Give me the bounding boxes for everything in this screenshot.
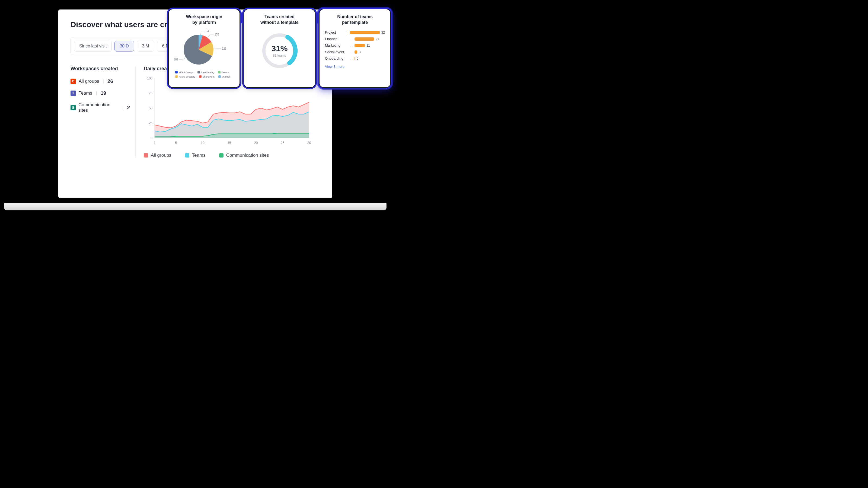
workspace-origin-pie: 98922617663 bbox=[174, 29, 235, 67]
svg-text:226: 226 bbox=[222, 47, 226, 50]
legend-teams: Teams bbox=[185, 153, 206, 158]
legend-all-groups: All groups bbox=[144, 153, 172, 158]
bar-track: 21 bbox=[354, 37, 385, 41]
daily-creation-legend: All groups Teams Communication sites bbox=[144, 153, 320, 158]
bar-label: Social event bbox=[325, 50, 350, 54]
legend-label: SharePoint bbox=[203, 75, 215, 78]
stat-label: Teams bbox=[79, 91, 92, 96]
stat-count: 2 bbox=[127, 105, 130, 110]
legend-swatch bbox=[197, 71, 200, 73]
bar-track: 3 bbox=[354, 50, 385, 54]
bar-label: Marketing bbox=[325, 43, 350, 47]
bar-dots: . . bbox=[350, 37, 354, 41]
bar-fill bbox=[354, 37, 374, 41]
workspaces-summary-title: Workspaces created bbox=[70, 66, 130, 72]
donut-subtext: 81 teams bbox=[273, 54, 286, 58]
time-range-toolbar: Since last visit 30 D 3 M 6 M bbox=[70, 37, 178, 55]
sharepoint-icon: S bbox=[70, 105, 76, 110]
legend-label: Outlook bbox=[222, 75, 230, 78]
bar-dots: . . bbox=[350, 51, 354, 54]
bar-fill bbox=[350, 31, 380, 34]
card-teams-without-template: Teams created without a template 31% 81 … bbox=[244, 9, 315, 88]
svg-text:30: 30 bbox=[307, 141, 311, 145]
teams-icon: T bbox=[70, 91, 76, 96]
stat-row-communication-sites: S Communication sites | 2 bbox=[70, 102, 130, 113]
laptop-base bbox=[4, 203, 386, 210]
office-icon: O bbox=[70, 78, 76, 84]
legend-communication-sites: Communication sites bbox=[219, 153, 269, 158]
stat-label: All groups bbox=[79, 78, 99, 84]
legend-swatch bbox=[218, 71, 220, 73]
template-bar-row: Onboarding . . 0 bbox=[325, 55, 385, 62]
range-3m[interactable]: 3 M bbox=[137, 41, 154, 52]
bar-dots: . . bbox=[350, 44, 354, 47]
bar-track: 0 bbox=[354, 57, 385, 61]
stat-row-all-groups: O All groups | 26 bbox=[70, 78, 130, 84]
card-title: Workspace origin by platform bbox=[174, 14, 234, 26]
svg-line-16 bbox=[214, 48, 217, 49]
range-30d[interactable]: 30 D bbox=[115, 41, 134, 52]
workspaces-summary-panel: Workspaces created O All groups | 26 T T… bbox=[70, 66, 135, 158]
legend-label: Azure directory bbox=[179, 75, 195, 78]
view-more-link[interactable]: View 3 more bbox=[325, 65, 385, 69]
template-bar-row: Marketing . . 11 bbox=[325, 42, 385, 49]
legend-swatch bbox=[175, 75, 178, 78]
bar-fill bbox=[354, 44, 365, 47]
bar-dots: . . bbox=[346, 29, 350, 36]
legend-label: Communication sites bbox=[226, 153, 269, 158]
template-bar-list: Project . . 32 Finance . . 21 Marketing … bbox=[325, 29, 385, 62]
svg-text:989: 989 bbox=[174, 58, 178, 61]
bar-value: 32 bbox=[381, 31, 385, 34]
svg-text:50: 50 bbox=[149, 106, 153, 110]
donut-center: 31% 81 teams bbox=[259, 30, 300, 71]
legend-label: M365 Groups bbox=[179, 71, 194, 74]
bar-fill bbox=[354, 57, 355, 60]
title-line: without a template bbox=[260, 20, 299, 25]
svg-text:63: 63 bbox=[206, 29, 209, 32]
legend-swatch bbox=[199, 75, 202, 78]
svg-text:15: 15 bbox=[227, 141, 231, 145]
card-teams-per-template: Number of teams per template Project . .… bbox=[319, 9, 391, 88]
donut-percent: 31% bbox=[271, 44, 287, 53]
stat-label: Communication sites bbox=[79, 102, 119, 113]
title-line: per template bbox=[342, 20, 368, 25]
pie-legend: M365 Groups Provisioning Teams Azure dir… bbox=[174, 71, 234, 78]
svg-text:176: 176 bbox=[215, 33, 219, 36]
bar-value: 21 bbox=[376, 37, 379, 41]
legend-label: Teams bbox=[222, 71, 229, 74]
svg-text:100: 100 bbox=[147, 76, 152, 80]
legend-label: All groups bbox=[151, 153, 172, 158]
title-line: Workspace origin bbox=[186, 14, 222, 19]
svg-text:1: 1 bbox=[154, 141, 156, 145]
card-title: Teams created without a template bbox=[250, 14, 310, 26]
legend-swatch bbox=[218, 75, 221, 78]
svg-text:20: 20 bbox=[254, 141, 258, 145]
title-line: Teams created bbox=[265, 14, 294, 19]
divider: | bbox=[96, 91, 97, 96]
stat-row-teams: T Teams | 19 bbox=[70, 90, 130, 96]
bar-value: 0 bbox=[357, 57, 359, 61]
title-line: by platform bbox=[192, 20, 216, 25]
template-bar-row: Finance . . 21 bbox=[325, 36, 385, 42]
svg-text:25: 25 bbox=[149, 121, 153, 125]
range-since-last-visit[interactable]: Since last visit bbox=[74, 41, 112, 52]
stat-count: 26 bbox=[107, 78, 113, 84]
divider: | bbox=[122, 105, 123, 110]
svg-text:0: 0 bbox=[151, 136, 152, 140]
legend-label: Teams bbox=[192, 153, 206, 158]
svg-text:5: 5 bbox=[175, 141, 177, 145]
svg-line-19 bbox=[208, 35, 210, 38]
stat-count: 19 bbox=[101, 90, 106, 96]
legend-swatch-cyan bbox=[185, 153, 189, 158]
svg-text:10: 10 bbox=[201, 141, 205, 145]
bar-value: 11 bbox=[367, 44, 370, 47]
legend-swatch bbox=[175, 71, 178, 73]
legend-label: Provisioning bbox=[201, 71, 214, 74]
legend-swatch-green bbox=[219, 153, 223, 158]
divider: | bbox=[103, 78, 104, 84]
bar-label: Project bbox=[325, 30, 346, 34]
bar-track: 32 bbox=[350, 31, 385, 34]
bar-value: 3 bbox=[359, 50, 361, 54]
bar-label: Finance bbox=[325, 37, 350, 41]
card-title: Number of teams per template bbox=[325, 14, 385, 26]
